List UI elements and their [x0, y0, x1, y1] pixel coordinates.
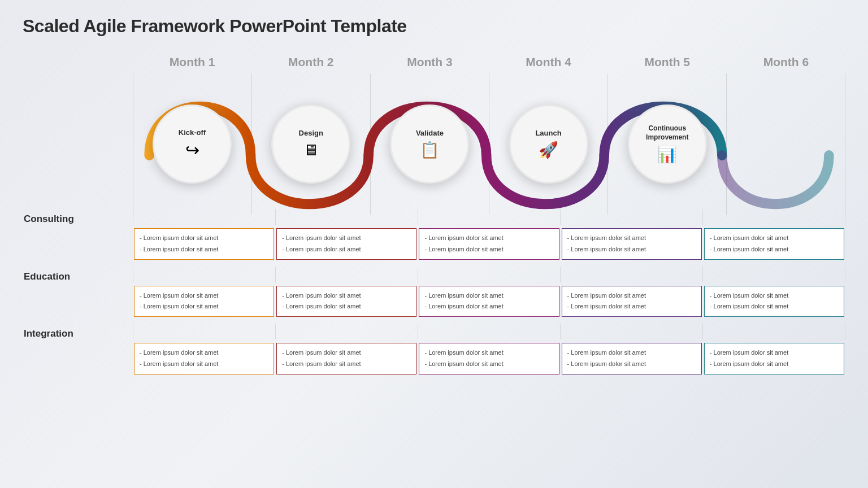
main-container: Month 1 Month 2 Month 3 Month 4 Month 5 …	[23, 51, 845, 477]
consulting-cell-2: - Lorem ipsum dolor sit amet - Lorem ips…	[276, 228, 416, 260]
month-2-label: Month 2	[251, 55, 370, 69]
node-continuous-label: ContinuousImprovement	[646, 124, 688, 142]
month-1-label: Month 1	[133, 55, 251, 69]
node-validate-label: Validate	[416, 129, 444, 137]
integration-cell-4: - Lorem ipsum dolor sit amet - Lorem ips…	[562, 343, 702, 374]
month-6-label: Month 6	[727, 55, 845, 69]
consulting-cells-row: - Lorem ipsum dolor sit amet - Lorem ips…	[23, 227, 845, 261]
integration-label-cell: Integration	[23, 328, 133, 339]
integration-cells-row: - Lorem ipsum dolor sit amet - Lorem ips…	[23, 342, 845, 376]
node-design: Design 🖥	[271, 104, 350, 184]
education-cell-2: - Lorem ipsum dolor sit amet - Lorem ips…	[276, 286, 416, 317]
integration-cell-2: - Lorem ipsum dolor sit amet - Lorem ips…	[276, 343, 416, 374]
education-cell-5: - Lorem ipsum dolor sit amet - Lorem ips…	[704, 286, 844, 317]
integration-cell-5: - Lorem ipsum dolor sit amet - Lorem ips…	[704, 343, 844, 374]
node-design-label: Design	[299, 129, 323, 137]
consulting-cell-1: - Lorem ipsum dolor sit amet - Lorem ips…	[134, 228, 274, 260]
integration-label: Integration	[24, 328, 73, 339]
node-launch-label: Launch	[535, 129, 561, 137]
continuous-icon: 📊	[657, 145, 677, 164]
consulting-cell-3: - Lorem ipsum dolor sit amet - Lorem ips…	[419, 228, 559, 260]
node-kickoff-label: Kick-off	[179, 128, 206, 137]
kickoff-icon: ↪	[185, 140, 199, 160]
node-validate: Validate 📋	[390, 104, 469, 184]
month-4-label: Month 4	[489, 55, 608, 69]
education-label-cell: Education	[23, 271, 133, 282]
education-cells-row: - Lorem ipsum dolor sit amet - Lorem ips…	[23, 285, 845, 319]
education-label: Education	[24, 271, 70, 282]
node-continuous: ContinuousImprovement 📊	[628, 104, 707, 184]
rows-section: Consulting - Lorem ipsum dolor sit amet …	[23, 209, 845, 376]
consulting-cell-5: - Lorem ipsum dolor sit amet - Lorem ips…	[704, 228, 844, 260]
integration-header-row: Integration	[23, 324, 845, 339]
consulting-cell-4: - Lorem ipsum dolor sit amet - Lorem ips…	[562, 228, 702, 260]
education-cell-1: - Lorem ipsum dolor sit amet - Lorem ips…	[134, 286, 274, 317]
consulting-label: Consulting	[24, 213, 74, 224]
month-3-label: Month 3	[370, 55, 489, 69]
launch-icon: 🚀	[539, 141, 558, 159]
wave-svg	[133, 73, 845, 215]
integration-cell-3: - Lorem ipsum dolor sit amet - Lorem ips…	[419, 343, 559, 374]
month-5-label: Month 5	[608, 55, 727, 69]
validate-icon: 📋	[420, 141, 440, 159]
integration-cell-1: - Lorem ipsum dolor sit amet - Lorem ips…	[134, 343, 274, 374]
education-header-row: Education	[23, 267, 845, 282]
education-cell-4: - Lorem ipsum dolor sit amet - Lorem ips…	[562, 286, 702, 317]
page-title: Scaled Agile Framework PowerPoint Templa…	[23, 16, 407, 37]
node-launch: Launch 🚀	[509, 104, 588, 184]
consulting-label-cell: Consulting	[23, 213, 133, 225]
education-cell-3: - Lorem ipsum dolor sit amet - Lorem ips…	[419, 286, 559, 317]
node-kickoff: Kick-off ↪	[153, 104, 232, 184]
design-icon: 🖥	[303, 141, 319, 159]
